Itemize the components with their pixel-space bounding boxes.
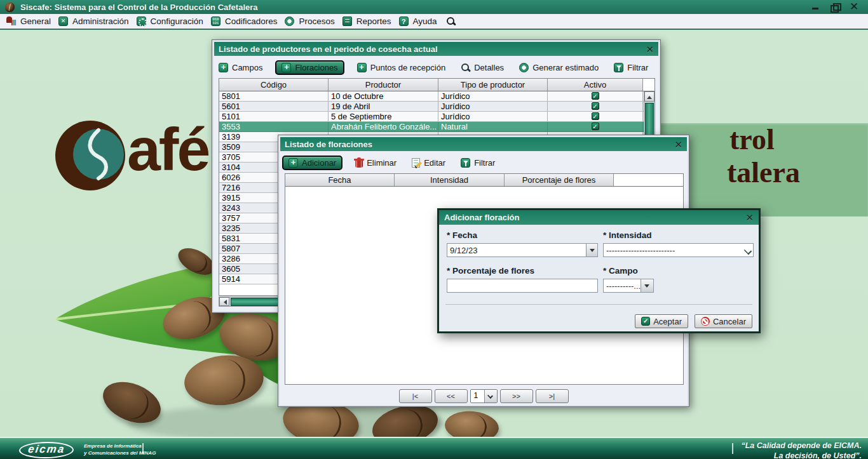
- pagination: |< << 1 >> >|: [278, 389, 689, 403]
- toolbar-button-label: Detalles: [474, 63, 504, 72]
- minimize-button[interactable]: [811, 3, 821, 11]
- menu-item-codificadores[interactable]: Codificadores: [208, 15, 283, 27]
- floraciones-button[interactable]: Floraciones: [275, 60, 344, 75]
- cell-tipo: Natural: [438, 122, 548, 131]
- close-icon[interactable]: ✕: [745, 213, 754, 222]
- table-row[interactable]: 51015 de SeptiembreJurídico: [219, 112, 654, 122]
- campo-combobox[interactable]: ----------...: [603, 279, 654, 293]
- menu-item-general[interactable]: General: [4, 15, 56, 27]
- page-last-button[interactable]: >|: [536, 389, 569, 403]
- wallpaper-text-bottom: talera: [727, 156, 800, 189]
- wallpaper-text-top: trol: [729, 123, 775, 156]
- cancel-button[interactable]: Cancelar: [695, 314, 752, 328]
- chevron-down-icon[interactable]: [484, 390, 497, 402]
- menu-item-reportes[interactable]: Reportes: [340, 15, 397, 27]
- close-icon[interactable]: ✕: [674, 140, 682, 149]
- menu-item-procesos[interactable]: Procesos: [282, 15, 339, 27]
- slogan: “La Calidad depende de EICMA. La decisió…: [741, 441, 862, 459]
- table-row[interactable]: 3553Abrahán Feliberto Gonzále...Natural: [219, 122, 654, 132]
- menu-item-label: Reportes: [356, 17, 391, 26]
- active-checkbox[interactable]: [592, 92, 599, 100]
- dialog-titlebar[interactable]: Adicionar floración ✕: [439, 210, 759, 225]
- active-checkbox[interactable]: [592, 102, 599, 110]
- close-icon[interactable]: ✕: [646, 44, 654, 54]
- puntos-de-recepcion-button[interactable]: Puntos de recepción: [355, 61, 449, 74]
- arrow-left-icon: [221, 300, 227, 305]
- company-line-1: Empresa de Informática: [84, 443, 156, 450]
- menu-item-label: Codificadores: [225, 17, 278, 26]
- column-header[interactable]: Código: [219, 79, 329, 91]
- process-icon: [285, 17, 294, 26]
- column-header[interactable]: Porcentaje de flores: [505, 174, 614, 186]
- trash-icon: [355, 159, 363, 168]
- toolbar-button-label: Filtrar: [627, 63, 648, 72]
- porcentaje-field[interactable]: [447, 279, 598, 293]
- search-icon[interactable]: [446, 17, 456, 27]
- column-header[interactable]: Tipo de productor: [438, 79, 548, 91]
- fecha-field[interactable]: [447, 243, 598, 257]
- fecha-input[interactable]: [447, 244, 586, 256]
- editar-button[interactable]: Editar: [409, 156, 448, 170]
- adicionar-button[interactable]: Adicionar: [282, 156, 342, 170]
- floraciones-toolbar: AdicionarEliminarEditarFiltrar: [282, 153, 685, 172]
- scroll-up-button[interactable]: [644, 91, 654, 102]
- cell-activo: [548, 112, 643, 121]
- page-prev-button[interactable]: <<: [435, 389, 468, 403]
- menu-item-label: Administración: [72, 17, 129, 26]
- active-checkbox[interactable]: [592, 112, 599, 120]
- menu-item-configuracion[interactable]: Configuración: [134, 15, 208, 27]
- eicma-logo: eicma: [18, 442, 75, 458]
- plus-icon: [281, 63, 291, 72]
- cell-activo: [548, 91, 643, 101]
- producers-window-titlebar[interactable]: Listado de productores en el periodo de …: [214, 42, 658, 56]
- column-header[interactable]: Intensidad: [395, 174, 505, 186]
- porcentaje-input[interactable]: [447, 279, 597, 292]
- generar-estimado-button[interactable]: Generar estimado: [517, 61, 601, 74]
- calendar-dropdown-icon[interactable]: [586, 244, 597, 256]
- accept-button[interactable]: Aceptar: [635, 314, 688, 328]
- campos-button[interactable]: Campos: [216, 61, 265, 74]
- menu-item-ayuda[interactable]: Ayuda: [397, 15, 442, 27]
- column-header[interactable]: Fecha: [285, 174, 395, 186]
- dialog-title: Adicionar floración: [444, 213, 519, 222]
- table-row[interactable]: 580110 de OctubreJurídico: [219, 91, 654, 102]
- restore-button[interactable]: [830, 3, 840, 11]
- chevron-down-icon[interactable]: [743, 244, 753, 256]
- menu-item-label: Configuración: [151, 17, 203, 26]
- intensidad-combobox[interactable]: -------------------------: [603, 243, 754, 257]
- column-header[interactable]: Productor: [329, 79, 438, 91]
- toolbar-button-label: Adicionar: [302, 158, 336, 168]
- intensidad-value: -------------------------: [604, 246, 743, 255]
- chevron-down-icon[interactable]: [641, 279, 653, 292]
- floraciones-window-titlebar[interactable]: Listado de floraciones ✕: [280, 137, 687, 151]
- cell-productor: 19 de Abril: [329, 102, 438, 111]
- slogan-line-2: La decisión, de Usted”.: [741, 451, 862, 459]
- menu-items: GeneralAdministraciónConfiguraciónCodifi…: [4, 15, 442, 27]
- close-button[interactable]: ✕: [849, 3, 859, 11]
- producers-window-title: Listado de productores en el periodo de …: [219, 44, 438, 54]
- toolbar-button-label: Puntos de recepción: [370, 63, 446, 72]
- tools-icon: [58, 17, 68, 26]
- porcentaje-label: * Porcentaje de flores: [447, 266, 534, 276]
- application-window: Siscafe: Sistema para el Control de la P…: [0, 0, 868, 459]
- page-next-button[interactable]: >>: [500, 389, 533, 403]
- detalles-button[interactable]: Detalles: [458, 61, 506, 74]
- page-number-combo[interactable]: 1: [470, 389, 498, 403]
- status-divider: [732, 443, 733, 454]
- scroll-left-button[interactable]: [219, 297, 229, 306]
- status-bar: eicma Empresa de Informática y Comunicac…: [0, 437, 868, 459]
- filtrar-button[interactable]: Filtrar: [611, 61, 651, 74]
- plus-icon: [219, 63, 228, 72]
- cell-productor: 5 de Septiembre: [329, 112, 438, 121]
- cell-tipo: Jurídico: [438, 91, 548, 101]
- menu-bar: GeneralAdministraciónConfiguraciónCodifi…: [0, 14, 868, 30]
- active-checkbox[interactable]: [592, 123, 599, 130]
- filtrar-button[interactable]: Filtrar: [458, 156, 498, 170]
- menu-item-administracion[interactable]: Administración: [56, 15, 134, 27]
- page-first-button[interactable]: |<: [399, 389, 432, 403]
- page-number-value: 1: [471, 390, 484, 402]
- column-header[interactable]: Activo: [548, 79, 643, 91]
- eliminar-button[interactable]: Eliminar: [353, 156, 399, 170]
- table-row[interactable]: 560119 de AbrilJurídico: [219, 102, 654, 112]
- factory-chart-icon: [6, 17, 16, 26]
